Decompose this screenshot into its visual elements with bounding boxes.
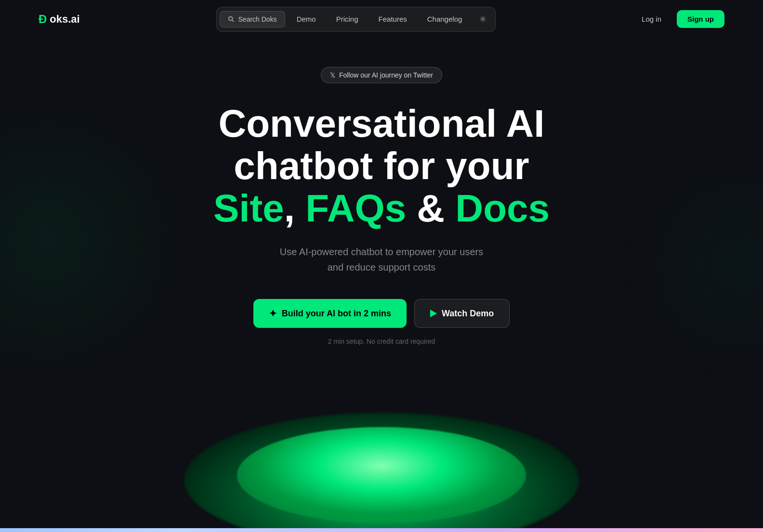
nav-pricing[interactable]: Pricing bbox=[328, 11, 367, 27]
blob-section bbox=[0, 374, 763, 528]
hero-title-green3: Docs bbox=[455, 187, 550, 230]
navbar: Ð oks.ai Search Doks Demo Pricing Featur… bbox=[0, 0, 763, 38]
hero-subtitle-line1: Use AI-powered chatbot to empower your u… bbox=[280, 247, 483, 257]
asterisk-icon[interactable]: ✳ bbox=[474, 10, 492, 28]
video-section: Unmute bbox=[0, 528, 763, 532]
svg-point-0 bbox=[228, 16, 232, 20]
hero-title-green1: Site bbox=[213, 187, 284, 230]
hero-title-line1: Conversational AI bbox=[218, 102, 544, 145]
logo-icon: Ð bbox=[39, 13, 47, 26]
logo-text: oks.ai bbox=[50, 13, 79, 26]
hero-title-line2: chatbot for your bbox=[234, 144, 529, 187]
search-button[interactable]: Search Doks bbox=[220, 11, 285, 27]
hero-subtitle: Use AI-powered chatbot to empower your u… bbox=[280, 244, 483, 275]
svg-line-1 bbox=[232, 20, 234, 22]
nav-center: Search Doks Demo Pricing Features Change… bbox=[216, 7, 496, 32]
twitter-badge[interactable]: 𝕏 Follow our AI journey on Twitter bbox=[321, 67, 442, 83]
hero-section: 𝕏 Follow our AI journey on Twitter Conve… bbox=[0, 38, 763, 374]
cta-primary-label: Build your AI bot in 2 mins bbox=[282, 309, 391, 319]
play-icon bbox=[430, 310, 437, 317]
search-label: Search Doks bbox=[238, 15, 277, 23]
nav-changelog[interactable]: Changelog bbox=[419, 11, 471, 27]
hero-buttons: ✦ Build your AI bot in 2 mins Watch Demo bbox=[253, 299, 510, 328]
sparkle-icon: ✦ bbox=[269, 308, 277, 319]
hero-title: Conversational AI chatbot for your Site,… bbox=[213, 103, 550, 230]
setup-note: 2 min setup. No credit card required bbox=[328, 337, 435, 345]
nav-right: Log in Sign up bbox=[632, 10, 724, 28]
nav-demo[interactable]: Demo bbox=[288, 11, 325, 27]
nav-features[interactable]: Features bbox=[370, 11, 416, 27]
hero-title-sep1: , bbox=[284, 187, 305, 230]
login-button[interactable]: Log in bbox=[632, 11, 671, 27]
signup-button[interactable]: Sign up bbox=[677, 10, 724, 28]
green-blob-inner bbox=[237, 427, 526, 523]
hero-title-sep2: & bbox=[406, 187, 455, 230]
cta-secondary-button[interactable]: Watch Demo bbox=[414, 299, 510, 328]
cta-primary-button[interactable]: ✦ Build your AI bot in 2 mins bbox=[253, 299, 407, 328]
cta-secondary-label: Watch Demo bbox=[442, 309, 494, 319]
hero-title-green2: FAQs bbox=[305, 187, 406, 230]
twitter-icon: 𝕏 bbox=[330, 71, 335, 79]
logo[interactable]: Ð oks.ai bbox=[39, 13, 80, 26]
search-icon bbox=[228, 16, 235, 23]
hero-subtitle-line2: and reduce support costs bbox=[328, 262, 436, 272]
twitter-badge-text: Follow our AI journey on Twitter bbox=[339, 71, 433, 79]
